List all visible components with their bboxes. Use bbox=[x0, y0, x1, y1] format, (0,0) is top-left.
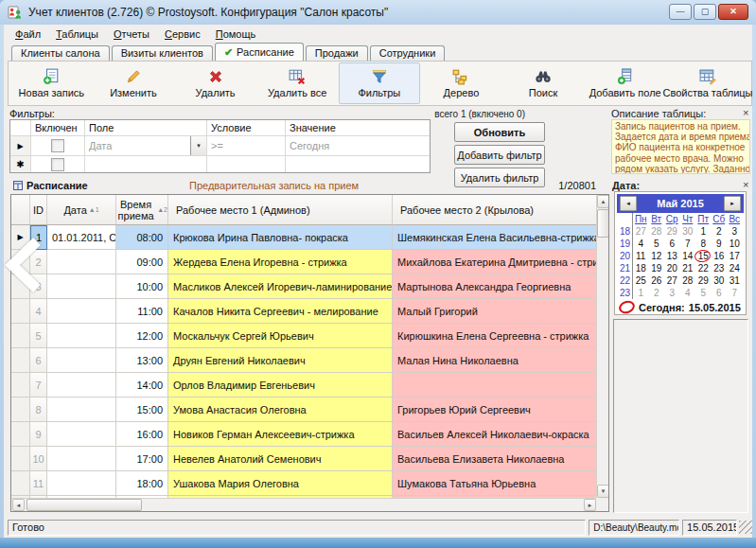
calendar-day[interactable]: 27 bbox=[633, 225, 649, 238]
cell-workplace1[interactable]: Невелев Анатолий Семенович bbox=[168, 447, 393, 471]
cell-id[interactable]: 8 bbox=[30, 398, 47, 422]
calendar-day[interactable]: 18 bbox=[633, 262, 649, 274]
tab-client-visits[interactable]: Визиты клиентов bbox=[112, 45, 213, 61]
calendar-day[interactable]: 21 bbox=[680, 262, 696, 274]
cell-time[interactable]: 12:00 bbox=[116, 324, 168, 348]
calendar-day[interactable]: 4 bbox=[633, 238, 649, 250]
calendar-day[interactable]: 9 bbox=[712, 238, 728, 250]
cell-date[interactable] bbox=[47, 398, 116, 422]
calendar-day[interactable]: 14 bbox=[680, 250, 696, 262]
calendar-day[interactable]: 10 bbox=[727, 238, 743, 250]
cell-workplace2[interactable]: Васильев Алексей Николаевич-окраска bbox=[393, 422, 596, 447]
calendar-day[interactable]: 26 bbox=[649, 274, 665, 287]
calendar-day[interactable]: 20 bbox=[664, 262, 680, 274]
cell-workplace2[interactable]: Малый Григорий bbox=[393, 299, 596, 324]
calendar-day[interactable]: 30 bbox=[680, 225, 696, 238]
field-dropdown-button[interactable]: ▼ bbox=[190, 136, 206, 155]
header-id[interactable]: ID bbox=[30, 195, 47, 225]
filters-button[interactable]: Фильтры bbox=[339, 62, 421, 104]
horizontal-scroll-thumb[interactable] bbox=[26, 499, 142, 511]
cell-date[interactable]: 01.01.2011, Сб bbox=[47, 225, 116, 250]
filter-value-empty[interactable] bbox=[286, 156, 430, 172]
maximize-button[interactable]: ▢ bbox=[694, 4, 716, 20]
calendar-day[interactable]: 2 bbox=[649, 287, 665, 299]
filter-value[interactable]: Сегодня bbox=[286, 136, 430, 156]
table-row[interactable]: 815:00Умова Анастасия ОлеговнаГригорьев … bbox=[11, 398, 608, 422]
cell-time[interactable]: 15:00 bbox=[116, 398, 168, 422]
cell-date[interactable] bbox=[47, 348, 116, 373]
close-button[interactable]: ✕ bbox=[718, 4, 748, 20]
header-time[interactable]: Время приема▲2 bbox=[116, 195, 168, 225]
calendar-day[interactable]: 23 bbox=[712, 262, 728, 274]
table-properties-button[interactable]: Свойства таблицы bbox=[666, 62, 749, 104]
cell-date[interactable] bbox=[47, 471, 116, 496]
row-marker-cell[interactable] bbox=[11, 299, 30, 324]
cell-date[interactable] bbox=[47, 250, 116, 274]
cell-workplace1[interactable]: Москальчук Сергей Юрьевич bbox=[168, 324, 393, 348]
refresh-button[interactable]: Обновить bbox=[454, 122, 545, 142]
cell-id[interactable]: 5 bbox=[30, 324, 47, 348]
calendar-day[interactable]: 28 bbox=[649, 225, 665, 238]
cell-workplace1[interactable]: Качалов Никита Сергеевич - мелирование bbox=[168, 299, 393, 324]
tab-staff[interactable]: Сотрудники bbox=[370, 45, 446, 61]
close-description-icon[interactable]: × bbox=[743, 108, 748, 117]
filter-new-row[interactable]: ✱ bbox=[10, 156, 430, 172]
calendar-day[interactable]: 29 bbox=[695, 274, 712, 287]
cell-workplace1[interactable]: Новиков Герман Алексеевич-стрижка bbox=[168, 422, 393, 447]
calendar-day[interactable]: 5 bbox=[695, 287, 712, 299]
cell-time[interactable]: 17:00 bbox=[116, 447, 168, 471]
cell-time[interactable]: 08:00 bbox=[116, 225, 168, 250]
cell-workplace2[interactable]: Шемякинская Елена Васильевна-стрижка bbox=[393, 225, 596, 250]
table-row[interactable]: 209:00Жердева Елена Игоревна - стрижкаМи… bbox=[11, 250, 608, 274]
close-date-panel-icon[interactable]: × bbox=[743, 180, 748, 189]
calendar-day[interactable]: 13 bbox=[664, 250, 680, 262]
calendar-day[interactable]: 19 bbox=[649, 262, 665, 274]
filter-condition-empty[interactable] bbox=[207, 156, 286, 172]
delete-all-button[interactable]: Удалить все bbox=[256, 62, 339, 104]
menu-item-help[interactable]: Помощь bbox=[208, 27, 264, 42]
table-row[interactable]: 310:00Масликов Алексей Игоревич-ламиниро… bbox=[11, 274, 608, 299]
calendar-day[interactable]: 25 bbox=[633, 274, 649, 287]
calendar-day[interactable]: 7 bbox=[727, 287, 743, 299]
calendar-day[interactable]: 2 bbox=[712, 225, 728, 238]
cell-id[interactable]: 9 bbox=[30, 422, 47, 447]
calendar-day[interactable]: 24 bbox=[727, 262, 743, 274]
filter-condition-value[interactable]: >= bbox=[207, 136, 286, 156]
filter-enabled-checkbox[interactable] bbox=[51, 158, 64, 171]
row-marker-cell[interactable] bbox=[11, 348, 30, 373]
cell-workplace2[interactable]: Михайлова Екатерина Дмитриевна - стрижка bbox=[393, 250, 596, 274]
cell-workplace1[interactable]: Крюкова Ирина Павловна- покраска bbox=[168, 225, 393, 250]
table-row[interactable]: 512:00Москальчук Сергей ЮрьевичКирюшкина… bbox=[11, 324, 608, 348]
cell-workplace1[interactable]: Ушакова Мария Олеговна bbox=[168, 471, 393, 496]
cell-time[interactable]: 18:00 bbox=[116, 471, 168, 496]
calendar-day[interactable]: 7 bbox=[680, 238, 696, 250]
table-row[interactable]: 916:00Новиков Герман Алексеевич-стрижкаВ… bbox=[11, 422, 608, 447]
cell-workplace2[interactable]: Шумакова Татьяна Юрьевна bbox=[393, 471, 596, 496]
calendar-day[interactable]: 15 bbox=[695, 250, 712, 262]
vertical-scrollbar[interactable]: ▲ ▼ bbox=[596, 195, 608, 498]
cell-date[interactable] bbox=[47, 373, 116, 398]
cell-workplace2[interactable]: Мартынова Александра Георгиевна bbox=[393, 274, 596, 299]
table-row[interactable]: 714:00Орлов Владимир Евгеньевич bbox=[11, 373, 608, 398]
calendar-day[interactable]: 1 bbox=[695, 225, 712, 238]
add-field-button[interactable]: Добавить поле bbox=[584, 62, 666, 104]
previous-month-icon[interactable]: ◄ bbox=[620, 196, 637, 211]
scroll-left-icon[interactable]: ◄ bbox=[12, 499, 25, 511]
delete-button[interactable]: Удалить bbox=[174, 62, 256, 104]
calendar-day[interactable]: 4 bbox=[680, 287, 696, 299]
calendar-day[interactable]: 3 bbox=[727, 225, 743, 238]
cell-workplace1[interactable]: Масликов Алексей Игоревич-ламинирование bbox=[168, 274, 393, 299]
calendar-day[interactable]: 8 bbox=[695, 238, 712, 250]
cell-id[interactable]: 6 bbox=[30, 348, 47, 373]
edit-button[interactable]: Изменить bbox=[93, 62, 175, 104]
cell-date[interactable] bbox=[47, 447, 116, 471]
tab-sales[interactable]: Продажи bbox=[306, 45, 368, 61]
filter-enabled-checkbox[interactable] bbox=[51, 139, 64, 152]
row-marker-cell[interactable] bbox=[11, 447, 30, 471]
tab-salon-clients[interactable]: Клиенты салона bbox=[11, 45, 110, 61]
row-marker-cell[interactable] bbox=[11, 324, 30, 348]
cell-workplace1[interactable]: Жердева Елена Игоревна - стрижка bbox=[168, 250, 393, 274]
table-row[interactable]: 1118:00Ушакова Мария ОлеговнаШумакова Та… bbox=[11, 471, 608, 496]
calendar-day[interactable]: 22 bbox=[695, 262, 712, 274]
row-marker-cell[interactable] bbox=[11, 398, 30, 422]
